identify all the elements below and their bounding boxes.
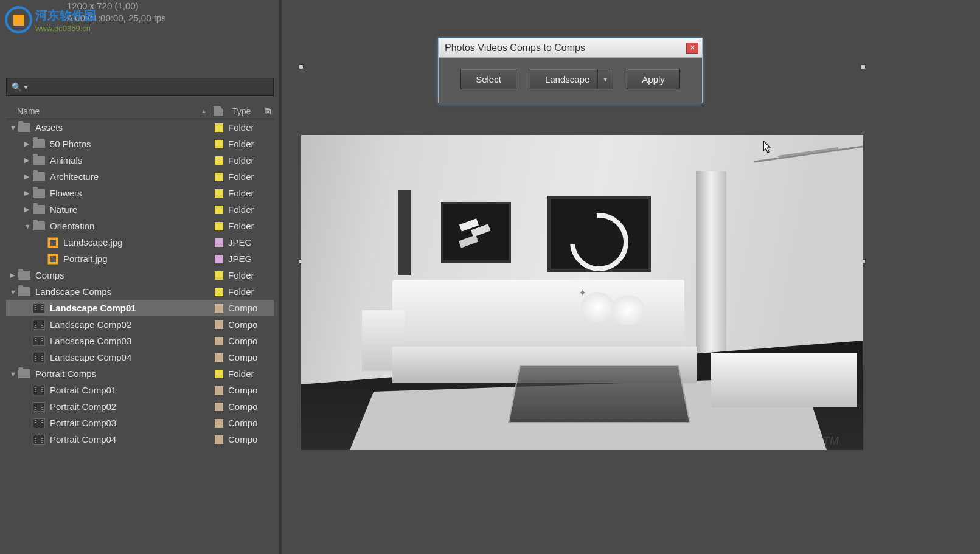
project-item-assets[interactable]: AssetsFolder — [6, 119, 274, 136]
column-header-label[interactable] — [209, 106, 228, 116]
project-item-animals[interactable]: AnimalsFolder — [6, 152, 274, 168]
label-color-swatch[interactable] — [215, 222, 223, 230]
item-type: Folder — [228, 369, 254, 379]
project-item-orientation[interactable]: OrientationFolder — [6, 218, 274, 234]
item-name: Landscape Comp01 — [50, 303, 210, 313]
sort-indicator-icon[interactable]: ▲ — [201, 108, 209, 114]
item-name: Landscape Comp03 — [50, 336, 210, 346]
disclosure-triangle-icon[interactable] — [10, 124, 18, 131]
folder-icon — [33, 205, 45, 214]
composition-icon — [33, 336, 45, 346]
item-name: Comps — [35, 270, 210, 280]
label-color-swatch[interactable] — [215, 370, 223, 378]
project-tree[interactable]: AssetsFolder⧉50 PhotosFolder▴AnimalsFold… — [6, 119, 274, 448]
close-icon: ✕ — [690, 44, 695, 52]
disclosure-triangle-icon[interactable] — [24, 173, 33, 181]
folder-icon — [33, 189, 45, 198]
dialog-body: Select Landscape ▼ Apply — [439, 58, 702, 103]
project-item-portrait-comp01[interactable]: Portrait Comp01Compo — [6, 382, 274, 398]
apply-button[interactable]: Apply — [627, 69, 680, 89]
project-item-portrait-comp03[interactable]: Portrait Comp03Compo — [6, 415, 274, 431]
column-header-name[interactable]: Name — [6, 106, 201, 116]
disclosure-triangle-icon[interactable] — [10, 288, 18, 296]
label-color-swatch[interactable] — [215, 156, 223, 165]
disclosure-triangle-icon[interactable] — [24, 140, 33, 148]
label-color-swatch[interactable] — [215, 403, 223, 411]
project-item-flowers[interactable]: FlowersFolder — [6, 185, 274, 201]
label-color-swatch[interactable] — [215, 189, 223, 198]
select-button[interactable]: Select — [460, 69, 516, 89]
label-color-swatch[interactable] — [215, 140, 223, 148]
watermark-logo-icon — [5, 6, 32, 33]
folder-icon — [33, 172, 45, 181]
dialog-close-button[interactable]: ✕ — [686, 43, 698, 54]
orientation-dropdown[interactable]: Landscape ▼ — [530, 69, 613, 89]
item-type: Compo — [228, 418, 257, 428]
orientation-value[interactable]: Landscape — [530, 69, 597, 89]
dropdown-caret-icon[interactable]: ▼ — [597, 69, 613, 89]
disclosure-triangle-icon[interactable] — [10, 370, 18, 378]
project-item-nature[interactable]: NatureFolder — [6, 201, 274, 218]
project-item-landscape-jpg[interactable]: Landscape.jpgJPEG — [6, 234, 274, 251]
mouse-cursor-icon — [763, 141, 772, 153]
disclosure-triangle-icon[interactable] — [24, 156, 33, 164]
composition-viewer[interactable]: ✦ TM — [301, 67, 863, 456]
dialog-title: Photos Videos Comps to Comps — [445, 43, 686, 54]
item-type: Folder — [228, 204, 254, 215]
wall-frame-swirl — [547, 196, 651, 272]
label-color-swatch[interactable] — [215, 304, 223, 313]
jpeg-file-icon — [47, 237, 58, 248]
project-item-comps[interactable]: CompsFolder — [6, 267, 274, 283]
transform-handle-tr[interactable] — [861, 64, 866, 69]
project-item-architecture[interactable]: ArchitectureFolder — [6, 168, 274, 185]
label-color-swatch[interactable] — [215, 206, 223, 214]
item-type: Folder — [228, 171, 254, 182]
scroll-up-icon[interactable]: ▴ — [266, 107, 270, 115]
project-item-landscape-comp02[interactable]: Landscape Comp02Compo — [6, 316, 274, 333]
item-type: Compo — [228, 385, 257, 395]
label-color-swatch[interactable] — [215, 435, 223, 444]
search-dropdown-icon[interactable]: ▾ — [24, 84, 27, 91]
item-type: Compo — [228, 401, 257, 412]
project-item-portrait-jpg[interactable]: Portrait.jpgJPEG — [6, 251, 274, 267]
label-color-swatch[interactable] — [215, 123, 223, 132]
disclosure-triangle-icon[interactable] — [24, 189, 33, 197]
wall-panel-left — [398, 190, 411, 275]
label-color-swatch[interactable] — [215, 320, 223, 329]
project-item-landscape-comps[interactable]: Landscape CompsFolder — [6, 283, 274, 300]
disclosure-triangle-icon[interactable] — [10, 271, 18, 279]
label-color-swatch[interactable] — [215, 419, 223, 428]
project-item-landscape-comp01[interactable]: Landscape Comp01Compo — [6, 300, 274, 316]
watermark-url: www.pc0359.cn — [35, 24, 96, 33]
label-color-swatch[interactable] — [215, 238, 223, 247]
panel-resize-handle[interactable] — [279, 0, 282, 554]
folder-icon — [33, 139, 45, 148]
label-color-swatch[interactable] — [215, 288, 223, 296]
project-item-portrait-comp04[interactable]: Portrait Comp04Compo — [6, 431, 274, 448]
label-color-swatch[interactable] — [215, 173, 223, 181]
composition-icon — [33, 435, 45, 445]
item-type: Compo — [228, 303, 257, 313]
project-item-50-photos[interactable]: 50 PhotosFolder — [6, 136, 274, 152]
folder-icon — [18, 271, 30, 280]
label-color-swatch[interactable] — [215, 337, 223, 345]
folder-icon — [33, 221, 45, 230]
label-color-swatch[interactable] — [215, 255, 223, 263]
item-type: Compo — [228, 352, 257, 362]
project-search-input[interactable]: 🔍 ▾ — [6, 78, 274, 96]
composition-icon — [33, 386, 45, 395]
label-color-swatch[interactable] — [215, 353, 223, 362]
project-item-portrait-comp02[interactable]: Portrait Comp02Compo — [6, 398, 274, 415]
transform-handle-tl[interactable] — [299, 64, 304, 69]
label-color-swatch[interactable] — [215, 271, 223, 280]
disclosure-triangle-icon[interactable] — [24, 223, 33, 230]
label-color-swatch[interactable] — [215, 386, 223, 395]
disclosure-triangle-icon[interactable] — [24, 206, 33, 213]
dialog-titlebar[interactable]: Photos Videos Comps to Comps ✕ — [439, 38, 702, 58]
project-item-landscape-comp04[interactable]: Landscape Comp04Compo — [6, 349, 274, 365]
item-name: Portrait Comp02 — [50, 401, 210, 412]
project-item-landscape-comp03[interactable]: Landscape Comp03Compo — [6, 333, 274, 349]
project-panel: 🔍 ▾ Name ▲ Type AssetsFolder⧉50 PhotosFo… — [6, 78, 274, 504]
item-name: Orientation — [50, 221, 210, 231]
project-item-portrait-comps[interactable]: Portrait CompsFolder — [6, 365, 274, 382]
